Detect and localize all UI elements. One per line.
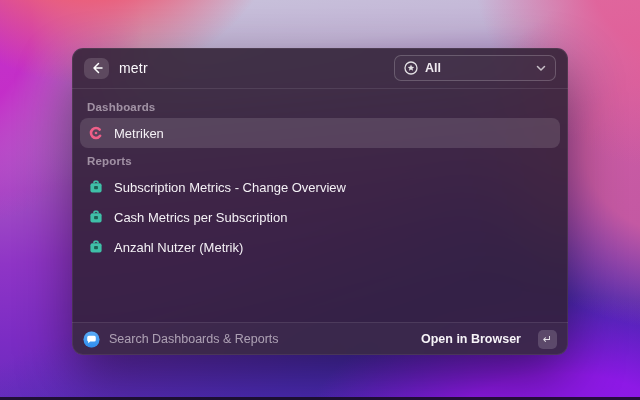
search-overlay-window: metr All Dashboards Met	[72, 48, 568, 355]
list-item-metriken[interactable]: Metriken	[80, 118, 560, 148]
list-item-cash-metrics[interactable]: Cash Metrics per Subscription	[80, 202, 560, 232]
search-input[interactable]: metr	[119, 60, 384, 76]
report-icon	[88, 210, 103, 225]
chevron-down-icon	[536, 65, 546, 72]
section-title-dashboards: Dashboards	[80, 94, 560, 118]
report-icon	[88, 240, 103, 255]
list-item-label: Metriken	[114, 126, 164, 141]
footer-bar: Search Dashboards & Reports Open in Brow…	[72, 322, 568, 355]
list-item-label: Anzahl Nutzer (Metrik)	[114, 240, 243, 255]
list-item-anzahl-nutzer[interactable]: Anzahl Nutzer (Metrik)	[80, 232, 560, 262]
app-logo-icon	[83, 331, 100, 348]
results-list: Dashboards Metriken Reports Subscription…	[72, 89, 568, 262]
donut-chart-icon	[88, 126, 103, 141]
filter-dropdown[interactable]: All	[394, 55, 556, 81]
search-header: metr All	[72, 48, 568, 88]
filter-selected-value: All	[425, 61, 529, 75]
section-title-reports: Reports	[80, 148, 560, 172]
list-item-label: Cash Metrics per Subscription	[114, 210, 287, 225]
report-icon	[88, 180, 103, 195]
list-item-label: Subscription Metrics - Change Overview	[114, 180, 346, 195]
footer-hint-text: Search Dashboards & Reports	[109, 332, 412, 346]
back-arrow-icon	[91, 62, 103, 74]
return-key-icon[interactable]: ↵	[538, 330, 557, 349]
circled-star-icon	[404, 61, 418, 75]
back-button[interactable]	[84, 58, 109, 79]
list-item-subscription-metrics[interactable]: Subscription Metrics - Change Overview	[80, 172, 560, 202]
open-in-browser-action[interactable]: Open in Browser	[421, 332, 521, 346]
